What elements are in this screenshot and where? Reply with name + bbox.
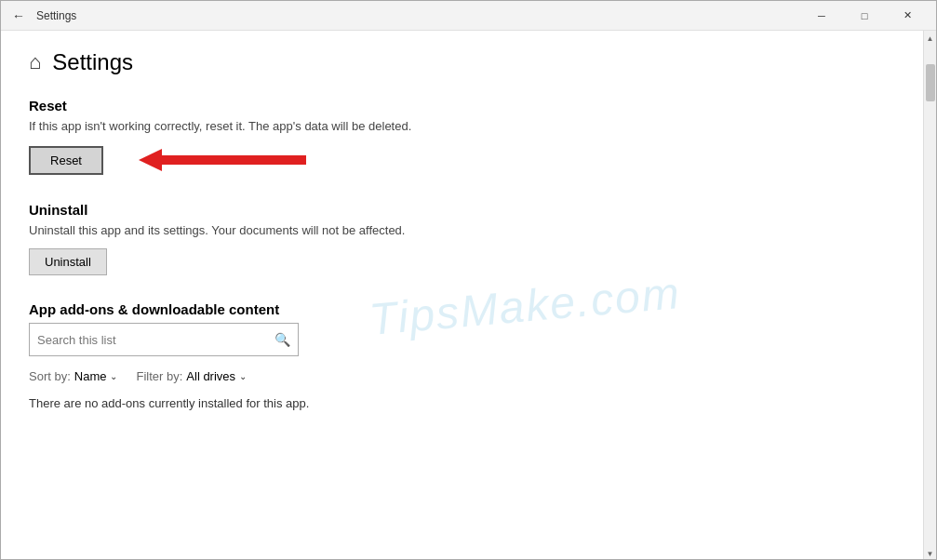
titlebar-title: Settings (36, 9, 76, 22)
sort-dropdown[interactable]: Sort by: Name ⌄ (29, 369, 117, 383)
sort-value: Name (74, 369, 107, 383)
titlebar: ← Settings ─ □ ✕ (1, 1, 936, 31)
reset-button[interactable]: Reset (29, 146, 103, 175)
reset-section-title: Reset (29, 98, 895, 113)
red-arrow-icon (111, 144, 315, 176)
close-button[interactable]: ✕ (886, 1, 929, 31)
content-area: TipsMake.com ⌂ Settings Reset If this ap… (1, 31, 936, 560)
addons-section-title: App add-ons & downloadable content (29, 301, 895, 317)
no-addons-message: There are no add-ons currently installed… (29, 396, 895, 410)
page-title: Settings (52, 49, 133, 75)
search-box: 🔍 (29, 323, 299, 356)
titlebar-left: ← Settings (8, 7, 76, 25)
filter-row: Sort by: Name ⌄ Filter by: All drives ⌄ (29, 369, 895, 383)
main-panel: TipsMake.com ⌂ Settings Reset If this ap… (1, 31, 923, 560)
uninstall-section-description: Uninstall this app and its settings. You… (29, 223, 895, 237)
back-button[interactable]: ← (8, 7, 29, 25)
arrow-annotation (111, 144, 315, 176)
uninstall-section: Uninstall Uninstall this app and its set… (29, 202, 895, 275)
titlebar-controls: ─ □ ✕ (800, 1, 929, 30)
reset-section-description: If this app isn't working correctly, res… (29, 119, 895, 133)
reset-section: Reset If this app isn't working correctl… (29, 98, 895, 176)
sort-label: Sort by: (29, 369, 71, 383)
filter-label: Filter by: (136, 369, 182, 383)
uninstall-section-title: Uninstall (29, 202, 895, 218)
home-icon: ⌂ (29, 50, 41, 74)
maximize-button[interactable]: □ (843, 1, 886, 31)
scrollbar[interactable]: ▲ ▼ (923, 31, 936, 560)
search-input[interactable] (37, 333, 274, 347)
scrollbar-thumb[interactable] (926, 64, 935, 101)
sort-chevron-icon: ⌄ (110, 371, 117, 381)
filter-value: All drives (186, 369, 235, 383)
scroll-up-arrow[interactable]: ▲ (924, 31, 936, 46)
svg-marker-1 (139, 149, 162, 171)
addons-section: App add-ons & downloadable content 🔍 Sor… (29, 301, 895, 410)
filter-chevron-icon: ⌄ (239, 371, 247, 381)
search-icon: 🔍 (274, 332, 290, 347)
uninstall-button[interactable]: Uninstall (29, 248, 107, 275)
reset-row: Reset (29, 144, 895, 176)
page-header: ⌂ Settings (29, 49, 895, 75)
filter-dropdown[interactable]: Filter by: All drives ⌄ (136, 369, 247, 383)
minimize-button[interactable]: ─ (800, 1, 843, 31)
scroll-down-arrow[interactable]: ▼ (924, 546, 936, 560)
